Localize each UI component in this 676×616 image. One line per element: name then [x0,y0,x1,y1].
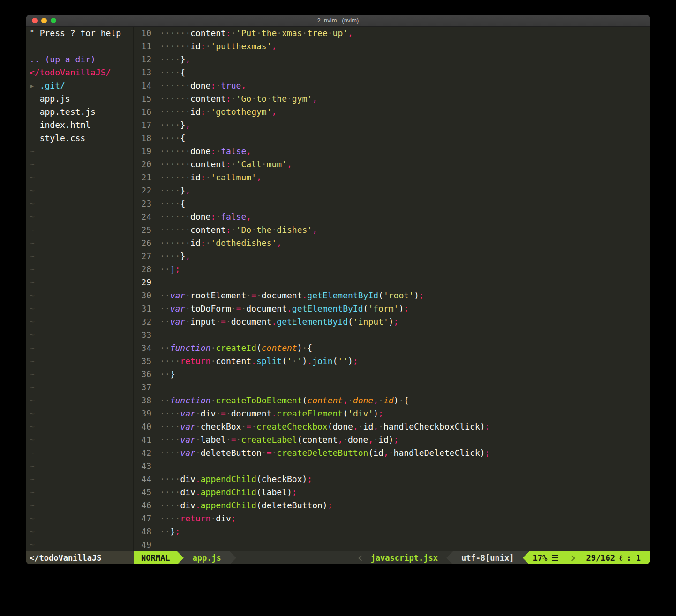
code-line[interactable]: 33 [134,328,650,341]
code-line[interactable]: 11······id:·'putthexmas', [134,40,650,53]
empty-line-marker: ~ [26,184,133,197]
zoom-button[interactable] [51,18,56,23]
line-number: 30 [134,289,151,302]
empty-line-marker: ~ [26,512,133,525]
code-line[interactable]: 26······id:·'dothedishes', [134,237,650,250]
code-text: ····{ [151,197,185,210]
line-number: 46 [134,499,151,512]
code-line[interactable]: 40····var·checkBox·=·createCheckbox(done… [134,420,650,433]
code-line[interactable]: 20······content:·'Call·mum', [134,158,650,171]
code-line[interactable]: 18····{ [134,132,650,145]
line-number: 31 [134,302,151,315]
code-line[interactable]: 13····{ [134,66,650,79]
code-line[interactable]: 29 [134,276,650,289]
code-line[interactable]: 23····{ [134,197,650,210]
code-line[interactable]: 24······done:·false, [134,210,650,223]
code-text: ······content:·'Put·the·xmas·tree·up', [151,27,353,40]
empty-line-marker: ~ [26,420,133,433]
code-line[interactable]: 12····}, [134,53,650,66]
code-line[interactable]: 38··function·createToDoElement(content,·… [134,394,650,407]
line-number: 11 [134,40,151,53]
code-line[interactable]: 27····}, [134,250,650,263]
minimize-button[interactable] [41,18,47,23]
empty-line-marker: ~ [26,171,133,184]
code-text: ····}, [151,184,190,197]
powerline-separator [230,551,236,564]
code-text: ······id:·'gotothegym', [151,105,277,119]
line-number: 15 [134,92,151,105]
code-text: ··]; [151,263,180,276]
line-number: 45 [134,486,151,499]
tree-item-up-dir[interactable]: .. (up a dir) [26,53,133,66]
code-line[interactable]: 19······done:·false, [134,145,650,158]
code-text: ······done:·false, [151,210,251,223]
code-line[interactable]: 31··var·toDoForm·=·document.getElementBy… [134,302,650,315]
line-number: 26 [134,237,151,250]
titlebar[interactable]: 2. nvim . (nvim) [26,15,650,27]
tree-blank-line [26,40,133,53]
tree-item-git-dir[interactable]: ▸ .git/ [26,79,133,92]
code-line[interactable]: 37 [134,381,650,394]
code-line[interactable]: 47····return·div; [134,512,650,525]
line-number: 40 [134,420,151,433]
code-line[interactable]: 21······id:·'callmum', [134,171,650,184]
statusline-filetype: javascript.jsx [365,551,446,564]
empty-line-marker: ~ [26,381,133,394]
line-number: 22 [134,184,151,197]
code-line[interactable]: 34··function·createId(content)·{ [134,341,650,355]
statusline-filetype-wrap: javascript.jsx [352,551,446,564]
empty-line-marker: ~ [26,237,133,250]
current-line-number: 29 [134,276,151,289]
code-line[interactable]: 46····div.appendChild(deleteButton); [134,499,650,512]
code-line[interactable]: 42····var·deleteButton·=·createDeleteBut… [134,446,650,460]
code-text: ····var·label·=·createLabel(content,·don… [151,433,398,446]
code-text: ····return·div; [151,512,236,525]
code-text: ··} [151,368,175,381]
code-text: ······content:·'Call·mum', [151,158,292,171]
code-line[interactable]: 32··var·input·=·document.getElementById(… [134,315,650,328]
code-text: ····}, [151,119,190,132]
code-text [151,381,160,394]
code-line[interactable]: 15······content:·'Go·to·the·gym', [134,92,650,105]
code-text: ····var·checkBox·=·createCheckbox(done,·… [151,420,490,433]
mode-indicator: NORMAL [134,551,177,564]
column-position: : 1 [626,551,641,564]
tree-item-index-html[interactable]: index.html [26,119,133,132]
line-number: 24 [134,210,151,223]
code-line[interactable]: 10······content:·'Put·the·xmas·tree·up', [134,27,650,40]
code-line[interactable]: 35····return·content.split('·').join('')… [134,355,650,368]
code-line[interactable]: 48··}; [134,525,650,538]
code-line[interactable]: 22····}, [134,184,650,197]
code-line[interactable]: 43 [134,460,650,473]
code-text: ··var·input·=·document.getElementById('i… [151,315,398,328]
code-text [151,276,160,289]
powerline-separator [523,551,529,564]
line-number: 17 [134,119,151,132]
editor-buffer[interactable]: 10······content:·'Put·the·xmas·tree·up',… [134,27,650,551]
empty-line-marker: ~ [26,486,133,499]
code-line[interactable]: 45····div.appendChild(label); [134,486,650,499]
code-line[interactable]: 36··} [134,368,650,381]
code-line[interactable]: 30··var·rootElement·=·document.getElemen… [134,289,650,302]
code-line[interactable]: 17····}, [134,119,650,132]
statusline: </todoVanillaJS NORMAL app.js javascript… [26,551,650,564]
thin-separator-icon [570,555,576,561]
empty-line-marker: ~ [26,341,133,355]
empty-line-marker: ~ [26,368,133,381]
code-line[interactable]: 39····var·div·=·document.createElement('… [134,407,650,420]
tree-root[interactable]: </todoVanillaJS/ [26,66,133,79]
code-text [151,538,160,551]
tree-item-app-js[interactable]: app.js [26,92,133,105]
code-line[interactable]: 44····div.appendChild(checkBox); [134,473,650,486]
code-line[interactable]: 16······id:·'gotothegym', [134,105,650,119]
line-number: 25 [134,223,151,237]
close-button[interactable] [32,18,38,23]
code-line[interactable]: 28··]; [134,263,650,276]
code-line[interactable]: 25······content:·'Do·the·dishes', [134,223,650,237]
tree-item-app-test-js[interactable]: app.test.js [26,105,133,119]
code-line[interactable]: 49 [134,538,650,551]
line-number: 35 [134,355,151,368]
code-line[interactable]: 14······done:·true, [134,79,650,92]
tree-item-style-css[interactable]: style.css [26,132,133,145]
code-line[interactable]: 41····var·label·=·createLabel(content,·d… [134,433,650,446]
